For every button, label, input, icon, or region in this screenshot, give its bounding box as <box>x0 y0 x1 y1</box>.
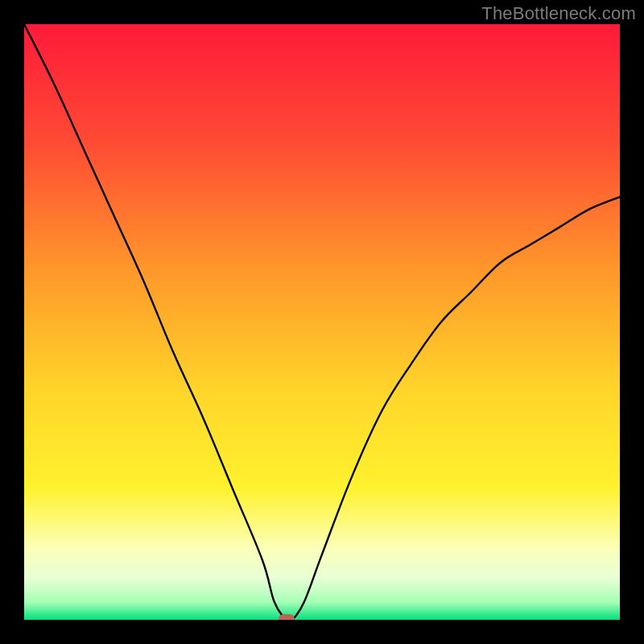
watermark-text: TheBottleneck.com <box>481 3 636 24</box>
plot-area <box>24 24 620 620</box>
optimal-point-marker <box>279 614 295 620</box>
bottleneck-curve <box>24 24 620 620</box>
chart-frame: TheBottleneck.com <box>0 0 644 644</box>
